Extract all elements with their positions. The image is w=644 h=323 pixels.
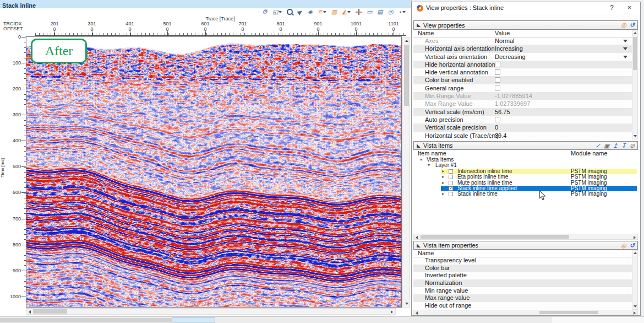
gather-display-icon[interactable]: ▥ bbox=[331, 8, 337, 15]
tree-column-headers[interactable]: Item name Module name bbox=[413, 150, 638, 158]
move-bottom-icon[interactable]: ↧ bbox=[621, 142, 626, 149]
property-row[interactable]: Transparency level bbox=[413, 257, 632, 265]
scrollbar-thumb[interactable] bbox=[633, 37, 637, 70]
property-row[interactable]: Max range value bbox=[413, 294, 632, 302]
dropdown-caret-icon[interactable] bbox=[323, 11, 326, 13]
scrollbar-thumb[interactable] bbox=[421, 235, 569, 239]
scroll-left-arrow[interactable] bbox=[29, 310, 31, 314]
view-properties-scrollbar[interactable] bbox=[632, 30, 638, 139]
item-checkbox[interactable] bbox=[449, 186, 453, 191]
property-row[interactable]: Vertical scale (ms/cm)56.75 bbox=[413, 108, 632, 116]
vista-item-properties-scrollbar[interactable] bbox=[632, 250, 638, 310]
plot-vertical-scrollbar[interactable] bbox=[402, 37, 410, 308]
view-layout-icon[interactable]: ◱ bbox=[272, 8, 282, 15]
collapsed-icon[interactable]: ▸ bbox=[442, 169, 444, 174]
collapse-icon[interactable] bbox=[417, 244, 421, 247]
collapse-icon[interactable] bbox=[417, 23, 421, 27]
checkbox[interactable] bbox=[495, 69, 500, 75]
property-row[interactable]: Hide horizontal annotation bbox=[413, 61, 632, 68]
item-checkbox[interactable] bbox=[449, 169, 453, 174]
scroll-down-arrow[interactable] bbox=[405, 303, 408, 305]
zoom-area-icon[interactable]: ◎ bbox=[388, 8, 394, 15]
zoom-magnifier-icon[interactable] bbox=[287, 9, 293, 15]
property-row[interactable]: Min range value bbox=[413, 287, 632, 295]
unlink-icon[interactable]: ⊘ bbox=[630, 142, 635, 149]
dropdown-caret-icon[interactable] bbox=[623, 40, 627, 42]
close-button[interactable]: × bbox=[627, 3, 631, 12]
property-row[interactable]: Normalization bbox=[413, 279, 632, 287]
scroll-down-arrow[interactable] bbox=[634, 135, 637, 137]
reset-icon[interactable]: ↺ bbox=[630, 21, 635, 29]
property-row[interactable]: Horizontal axis orientationIncreasing bbox=[413, 45, 632, 52]
property-row[interactable]: Horizontal scale (Trace/cm)39.4 bbox=[413, 132, 632, 139]
section-header-vista-item-properties[interactable]: Vista item properties ◎ ↺ bbox=[413, 241, 638, 250]
settings-gear-icon[interactable]: ⚙ bbox=[262, 8, 268, 15]
collapsed-icon[interactable]: ▸ bbox=[442, 186, 444, 191]
time-tool-icon[interactable]: ◔ bbox=[398, 9, 406, 15]
pick-pointer-icon[interactable] bbox=[298, 10, 303, 14]
plot-horizontal-scrollbar[interactable] bbox=[26, 308, 396, 315]
checkbox[interactable] bbox=[495, 85, 500, 91]
seismic-canvas[interactable] bbox=[26, 37, 401, 307]
active-view-tab[interactable] bbox=[172, 317, 215, 322]
layers-icon[interactable]: ◈ bbox=[308, 8, 312, 15]
move-top-icon[interactable]: ↥ bbox=[613, 142, 618, 149]
item-checkbox[interactable] bbox=[449, 175, 453, 179]
dropdown-caret-icon[interactable] bbox=[623, 47, 627, 50]
property-row[interactable]: Inverted palette bbox=[413, 272, 632, 279]
checkbox[interactable] bbox=[495, 77, 500, 83]
scroll-left-arrow[interactable] bbox=[416, 311, 418, 315]
collapse-icon[interactable] bbox=[417, 144, 421, 148]
scroll-down-arrow[interactable] bbox=[634, 305, 637, 308]
copy-icon[interactable]: ▣ bbox=[604, 142, 609, 149]
property-row[interactable]: Hide vertical annotation bbox=[413, 68, 632, 76]
annotation-tooltip-icon[interactable]: ▭ bbox=[367, 8, 372, 15]
scroll-right-arrow[interactable] bbox=[634, 311, 636, 315]
scroll-up-arrow[interactable] bbox=[634, 32, 637, 34]
scrollbar-thumb[interactable] bbox=[33, 309, 67, 314]
grid-column-headers[interactable]: Name Value bbox=[413, 30, 632, 37]
tree-item-row[interactable]: ▸ Eta points inline time PSTM imaging bbox=[413, 174, 638, 180]
item-checkbox[interactable] bbox=[449, 181, 453, 185]
section-header-view-properties[interactable]: View properties ◎ ↺ bbox=[413, 20, 638, 30]
checkbox[interactable] bbox=[495, 62, 500, 67]
dropdown-caret-icon[interactable] bbox=[402, 11, 406, 13]
property-row[interactable]: AxesNormal bbox=[413, 37, 632, 45]
section-header-vista-items[interactable]: Vista items ✓ ▣ ↥ ↧ ⊘ bbox=[413, 141, 638, 150]
reset-icon[interactable]: ↺ bbox=[630, 242, 635, 249]
seismic-plot[interactable] bbox=[26, 36, 402, 308]
scroll-left-arrow[interactable] bbox=[416, 236, 418, 239]
dropdown-caret-icon[interactable] bbox=[279, 11, 282, 13]
check-all-icon[interactable]: ✓ bbox=[596, 142, 601, 149]
help-button[interactable]: ? bbox=[610, 4, 614, 12]
tree-item-row[interactable]: ▸ Stack inline time PSTM imaging bbox=[413, 191, 638, 197]
grid-column-headers[interactable]: Name bbox=[413, 250, 632, 257]
crosshair-icon[interactable] bbox=[356, 9, 362, 15]
property-row[interactable]: Color bar enabled bbox=[413, 76, 632, 84]
scroll-right-arrow[interactable] bbox=[391, 310, 393, 314]
property-row[interactable]: Color bar bbox=[413, 265, 632, 272]
apply-target-icon[interactable]: ◎ bbox=[621, 21, 626, 29]
scrollbar-thumb[interactable] bbox=[404, 45, 409, 106]
property-row[interactable]: Hide out of range bbox=[413, 302, 632, 310]
expanded-icon[interactable]: ▾ bbox=[428, 163, 430, 168]
scroll-right-arrow[interactable] bbox=[634, 236, 636, 239]
scroll-up-arrow[interactable] bbox=[634, 252, 637, 254]
vista-item-properties-horizontal-scrollbar[interactable] bbox=[413, 310, 638, 315]
palette-display-icon[interactable]: ◭ bbox=[342, 8, 350, 15]
collapsed-icon[interactable]: ▸ bbox=[442, 180, 444, 186]
snapshot-icon[interactable]: ▤ bbox=[377, 8, 383, 15]
property-row[interactable]: Max Range Value1.027339697 bbox=[413, 100, 632, 107]
dropdown-caret-icon[interactable] bbox=[623, 56, 627, 58]
scroll-up-arrow[interactable] bbox=[405, 40, 408, 42]
item-checkbox[interactable] bbox=[449, 192, 453, 196]
checkbox[interactable] bbox=[495, 117, 500, 122]
property-row[interactable]: Auto precision bbox=[413, 116, 632, 123]
wiggle-display-icon[interactable]: ≋ bbox=[318, 8, 326, 15]
collapsed-icon[interactable]: ▸ bbox=[442, 191, 444, 197]
property-row[interactable]: Min Range Value-1.027885914 bbox=[413, 92, 632, 100]
expanded-icon[interactable]: ▾ bbox=[420, 157, 422, 163]
property-row[interactable]: Vertical scale precision0 bbox=[413, 123, 632, 131]
property-row[interactable]: General range bbox=[413, 84, 632, 92]
apply-target-icon[interactable]: ◎ bbox=[621, 242, 626, 249]
